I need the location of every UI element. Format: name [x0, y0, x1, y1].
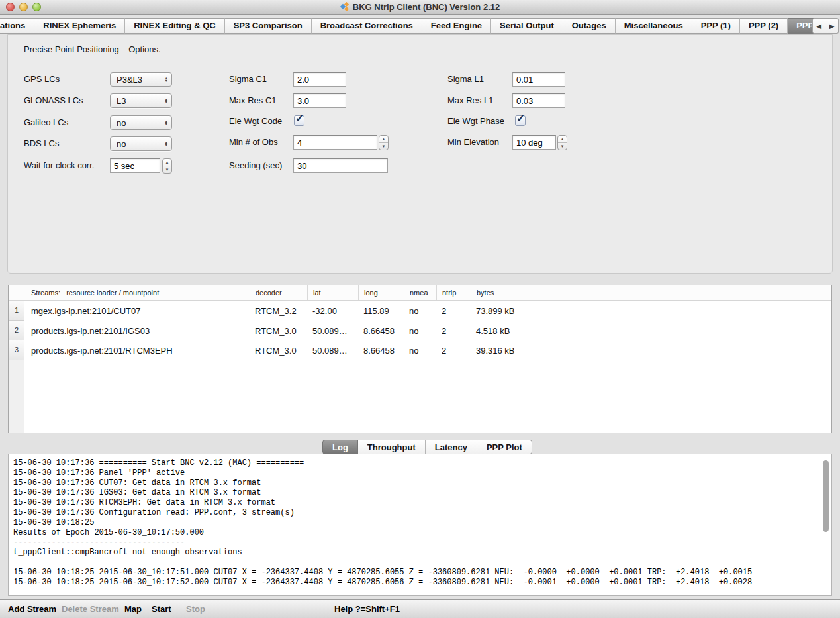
cell-ntrip: 2	[436, 346, 471, 356]
gps-lcs-combobox[interactable]: P3&L3 ▲▼	[110, 72, 172, 87]
stepper-up-icon[interactable]: ▲	[558, 136, 567, 143]
col-header-ntrip[interactable]: ntrip	[436, 285, 471, 300]
sigma-c1-field[interactable]	[293, 72, 346, 87]
row-number[interactable]: 1	[9, 301, 24, 321]
col-header-bytes[interactable]: bytes	[471, 285, 550, 300]
cell-nmea: no	[404, 306, 436, 316]
combo-arrows-icon: ▲▼	[165, 141, 168, 147]
row-number[interactable]: 3	[9, 340, 24, 360]
row-number[interactable]: 2	[9, 321, 24, 340]
log-line: 15-06-30 10:17:36 ========== Start BNC v…	[13, 458, 819, 468]
stepper-down-icon[interactable]: ▼	[379, 143, 388, 150]
tab-ppp-plot[interactable]: PPP Plot	[477, 440, 532, 454]
tab-miscellaneous[interactable]: Miscellaneous	[616, 18, 692, 34]
max-res-l1-label: Max Res L1	[447, 93, 493, 108]
tab-throughput[interactable]: Throughput	[358, 440, 426, 454]
sigma-c1-label: Sigma C1	[229, 72, 267, 87]
ppp3-options-panel: Precise Point Positioning – Options. GPS…	[7, 34, 833, 274]
sigma-l1-field[interactable]	[512, 72, 565, 87]
combo-arrows-icon: ▲▼	[165, 120, 168, 126]
min-obs-field[interactable]	[293, 135, 377, 150]
tab-rinex-ephemeris[interactable]: RINEX Ephemeris	[34, 18, 125, 34]
wait-clock-corr-field[interactable]	[110, 158, 160, 173]
tab-ppp-2[interactable]: PPP (2)	[740, 18, 788, 34]
max-res-l1-field[interactable]	[512, 93, 565, 108]
glonass-lcs-combobox[interactable]: L3 ▲▼	[110, 93, 172, 108]
delete-stream-button[interactable]: Delete Stream	[62, 604, 119, 614]
streams-table-header: Streams: resource loader / mountpoint de…	[9, 285, 831, 301]
bds-lcs-combobox[interactable]: no ▲▼	[110, 136, 172, 151]
wait-clock-corr-label: Wait for clock corr.	[24, 158, 94, 173]
col-header-long[interactable]: long	[358, 285, 404, 300]
main-tabbar: ations RINEX Ephemeris RINEX Editing & Q…	[0, 18, 835, 34]
tab-ppp-1[interactable]: PPP (1)	[692, 18, 740, 34]
map-button[interactable]: Map	[124, 604, 142, 614]
cell-ntrip: 2	[436, 306, 471, 316]
stream-row[interactable]: 2 products.igs-ip.net:2101/IGS03 RTCM_3.…	[9, 321, 831, 340]
cell-mountpoint: mgex.igs-ip.net:2101/CUT07	[24, 306, 250, 316]
help-label[interactable]: Help ?=Shift+F1	[334, 604, 400, 614]
min-elevation-stepper[interactable]: ▲ ▼	[557, 135, 567, 150]
col-header-nmea[interactable]: nmea	[404, 285, 436, 300]
window-title: BKG Ntrip Client (BNC) Version 2.12	[0, 2, 840, 12]
cell-bytes: 39.316 kB	[471, 346, 550, 356]
log-console[interactable]: 15-06-30 10:17:36 ========== Start BNC v…	[8, 454, 832, 596]
stepper-up-icon[interactable]: ▲	[163, 159, 171, 166]
log-scrollbar-thumb[interactable]	[823, 460, 829, 532]
cell-decoder: RTCM_3.0	[250, 326, 307, 336]
tab-latency[interactable]: Latency	[426, 440, 477, 454]
log-line: 15-06-30 10:17:36 Configuration read: PP…	[13, 508, 819, 518]
tab-feed-engine[interactable]: Feed Engine	[422, 18, 491, 34]
tab-serial-output[interactable]: Serial Output	[491, 18, 563, 34]
stepper-up-icon[interactable]: ▲	[379, 136, 388, 143]
ele-wgt-code-label: Ele Wgt Code	[229, 114, 282, 129]
start-button[interactable]: Start	[152, 604, 171, 614]
cell-nmea: no	[404, 346, 436, 356]
streams-table: Streams: resource loader / mountpoint de…	[8, 285, 832, 433]
glonass-lcs-label: GLONASS LCs	[24, 93, 83, 108]
col-header-mountpoint[interactable]: Streams: resource loader / mountpoint	[24, 285, 250, 300]
stepper-down-icon[interactable]: ▼	[558, 143, 567, 150]
tab-sp3-comparison[interactable]: SP3 Comparison	[225, 18, 312, 34]
output-tabbar: Log Throughput Latency PPP Plot	[322, 440, 532, 454]
cell-lat: 50.089…	[307, 326, 358, 336]
stepper-down-icon[interactable]: ▼	[163, 166, 171, 173]
tab-outages[interactable]: Outages	[563, 18, 616, 34]
log-line: 15-06-30 10:18:25 2015-06-30_10:17:51.00…	[13, 568, 819, 578]
seeding-label: Seeding (sec)	[229, 158, 282, 173]
tab-rinex-editing-qc[interactable]: RINEX Editing & QC	[125, 18, 225, 34]
tab-stations[interactable]: ations	[0, 18, 34, 34]
log-line: 15-06-30 10:17:36 Panel 'PPP' active	[13, 468, 819, 478]
wait-clock-corr-stepper[interactable]: ▲ ▼	[162, 158, 172, 174]
col-header-lat[interactable]: lat	[307, 285, 358, 300]
glonass-lcs-value: L3	[117, 96, 126, 106]
tab-log[interactable]: Log	[322, 440, 358, 454]
cell-decoder: RTCM_3.2	[250, 306, 307, 316]
cell-mountpoint: products.igs-ip.net:2101/IGS03	[24, 326, 250, 336]
stop-button[interactable]: Stop	[186, 604, 205, 614]
cell-bytes: 4.518 kB	[471, 326, 550, 336]
seeding-field[interactable]	[293, 158, 388, 173]
tab-scroll-right-icon[interactable]: ▶	[825, 18, 839, 34]
max-res-c1-label: Max Res C1	[229, 93, 277, 108]
cell-lat: 50.089…	[307, 346, 358, 356]
tab-broadcast-corrections[interactable]: Broadcast Corrections	[312, 18, 422, 34]
min-elevation-field[interactable]	[512, 135, 556, 150]
tab-scroll-arrows: ◀ ▶	[812, 18, 839, 34]
cell-long: 8.66458	[358, 346, 404, 356]
stream-row[interactable]: 3 products.igs-ip.net:2101/RTCM3EPH RTCM…	[9, 340, 831, 360]
min-obs-stepper[interactable]: ▲ ▼	[379, 135, 389, 150]
max-res-c1-field[interactable]	[293, 93, 346, 108]
tab-scroll-left-icon[interactable]: ◀	[812, 18, 825, 34]
galileo-lcs-combobox[interactable]: no ▲▼	[110, 115, 172, 130]
add-stream-button[interactable]: Add Stream	[8, 604, 56, 614]
galileo-lcs-value: no	[117, 118, 126, 128]
log-line: 15-06-30 10:18:25	[13, 518, 819, 528]
ele-wgt-code-checkbox[interactable]: ✓	[294, 115, 304, 126]
log-line: 15-06-30 10:17:36 IGS03: Get data in RTC…	[13, 488, 819, 498]
bds-lcs-value: no	[117, 139, 126, 149]
stream-row[interactable]: 1 mgex.igs-ip.net:2101/CUT07 RTCM_3.2 -3…	[9, 301, 831, 321]
ele-wgt-phase-checkbox[interactable]: ✓	[515, 115, 526, 126]
col-header-decoder[interactable]: decoder	[250, 285, 307, 300]
titlebar: BKG Ntrip Client (BNC) Version 2.12	[0, 0, 840, 15]
